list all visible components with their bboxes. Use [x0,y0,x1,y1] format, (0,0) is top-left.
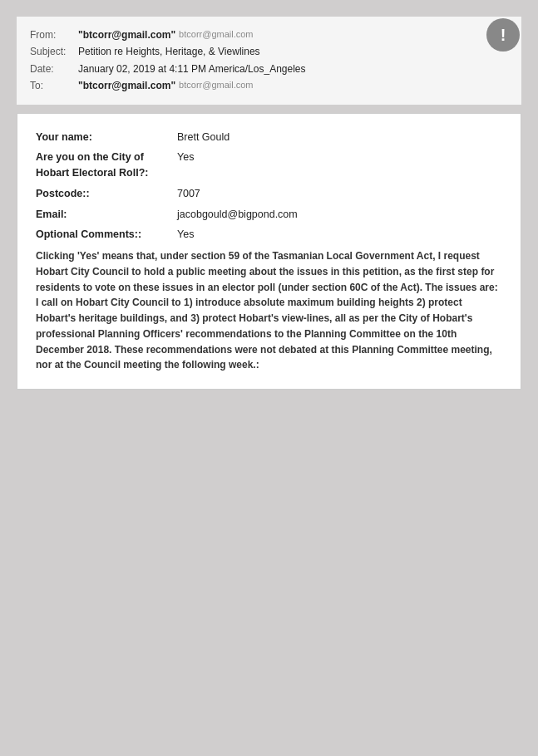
from-name: "btcorr@gmail.com" [78,27,175,43]
subject-row: Subject: Petition re Heights, Heritage, … [30,43,508,60]
from-row: From: "btcorr@gmail.com" btcorr@gmail.co… [30,27,508,43]
to-label: To: [30,77,78,94]
postcode-value: 7007 [174,184,506,204]
form-table: Your name: Brett Gould Are you on the Ci… [32,127,506,376]
electoral-roll-value: Yes [174,147,506,184]
subject-label: Subject: [30,43,78,60]
postcode-label: Postcode:: [32,184,174,204]
your-name-row: Your name: Brett Gould [32,127,506,148]
email-row: Email: jacobgould@bigpond.com [32,204,506,225]
to-row: To: "btcorr@gmail.com" btcorr@gmail.com [30,77,508,94]
to-name: "btcorr@gmail.com" [78,77,175,94]
email-body-card: Your name: Brett Gould Are you on the Ci… [17,113,521,390]
email-label: Email: [32,204,174,225]
optional-comments-row: Optional Comments:: Yes [32,224,506,245]
optional-comments-response: Yes [174,224,506,245]
email-header: From: "btcorr@gmail.com" btcorr@gmail.co… [17,17,521,105]
optional-comments-label: Optional Comments:: [32,224,174,245]
date-row: Date: January 02, 2019 at 4:11 PM Americ… [30,61,508,77]
optional-comments-text-row: Clicking 'Yes' means that, under section… [32,245,506,376]
postcode-row: Postcode:: 7007 [32,184,506,204]
from-label: From: [30,27,78,43]
from-email: btcorr@gmail.com [179,27,253,42]
alert-badge: ! [486,18,520,52]
electoral-roll-row: Are you on the City of Hobart Electoral … [32,147,506,184]
to-email: btcorr@gmail.com [179,77,253,93]
optional-comments-text: Clicking 'Yes' means that, under section… [36,250,498,371]
subject-value: Petition re Heights, Heritage, & Viewlin… [78,43,260,60]
page-container: ! From: "btcorr@gmail.com" btcorr@gmail.… [0,0,538,756]
date-value: January 02, 2019 at 4:11 PM America/Los_… [78,61,306,77]
electoral-roll-label: Are you on the City of Hobart Electoral … [32,147,174,184]
your-name-value: Brett Gould [174,127,506,148]
email-value: jacobgould@bigpond.com [174,204,506,225]
date-label: Date: [30,61,78,77]
your-name-label: Your name: [32,127,174,148]
alert-icon: ! [501,26,506,45]
